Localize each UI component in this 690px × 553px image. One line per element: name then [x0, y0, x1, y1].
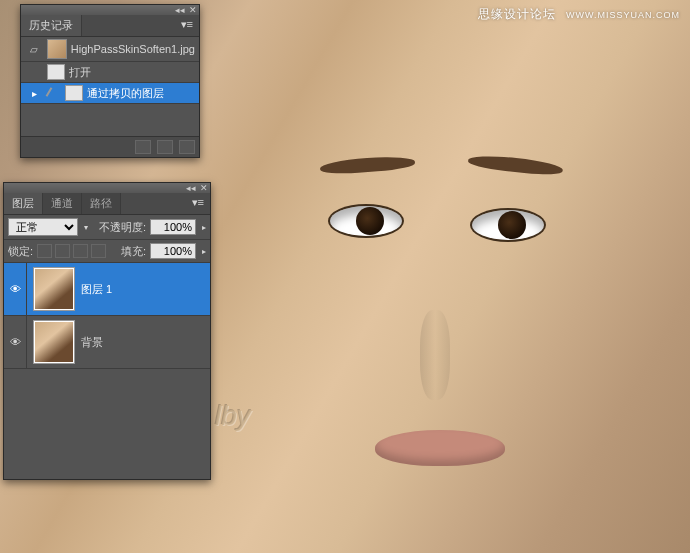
tab-paths[interactable]: 路径	[82, 193, 121, 214]
new-snapshot-icon[interactable]	[157, 140, 173, 154]
layer-thumbnail[interactable]	[33, 320, 75, 364]
photo-portrait	[250, 110, 630, 550]
history-brush-icon	[45, 86, 59, 100]
tab-channels[interactable]: 通道	[43, 193, 82, 214]
watermark-url: WWW.MISSYUAN.COM	[566, 10, 680, 20]
history-item-label: 打开	[69, 65, 91, 80]
layers-tabs: 图层 通道 路径 ▾≡	[4, 193, 210, 215]
create-document-icon[interactable]	[135, 140, 151, 154]
collapse-icon[interactable]: ◂◂	[175, 5, 185, 15]
opacity-input[interactable]	[150, 219, 196, 235]
opacity-label: 不透明度:	[99, 220, 146, 235]
tab-layers[interactable]: 图层	[4, 193, 43, 214]
fill-input[interactable]	[150, 243, 196, 259]
layer-thumbnail[interactable]	[33, 267, 75, 311]
blend-dropdown-icon[interactable]: ▾	[84, 223, 88, 232]
layers-panel: ◂◂ ✕ 图层 通道 路径 ▾≡ 正常 ▾ 不透明度: ▸ 锁定: 填充: ▸ …	[3, 182, 211, 480]
lock-all-icon[interactable]	[91, 244, 106, 258]
collapse-icon[interactable]: ◂◂	[186, 183, 196, 193]
close-icon[interactable]: ✕	[189, 5, 197, 15]
history-snapshot[interactable]: ▱ HighPassSkinSoften1.jpg	[21, 37, 199, 62]
history-item-copy-layer[interactable]: ▸ 通过拷贝的图层	[21, 83, 199, 104]
snapshot-filename: HighPassSkinSoften1.jpg	[71, 43, 195, 55]
snapshot-thumb	[47, 39, 67, 59]
snapshot-indicator: ▱	[25, 44, 43, 55]
lock-label: 锁定:	[8, 244, 33, 259]
history-footer	[21, 136, 199, 157]
fill-slider-icon[interactable]: ▸	[202, 247, 206, 256]
layer-name[interactable]: 背景	[81, 335, 210, 350]
history-panel-titlebar[interactable]: ◂◂ ✕	[21, 5, 199, 15]
artist-watermark: lby	[215, 400, 251, 432]
layer-row[interactable]: 👁 背景	[4, 316, 210, 369]
history-item-label: 通过拷贝的图层	[87, 86, 164, 101]
lock-transparency-icon[interactable]	[37, 244, 52, 258]
history-panel: ◂◂ ✕ 历史记录 ▾≡ ▱ HighPassSkinSoften1.jpg 打…	[20, 4, 200, 158]
layer-list: 👁 图层 1 👁 背景	[4, 263, 210, 369]
open-file-icon	[47, 64, 65, 80]
layer-name[interactable]: 图层 1	[81, 282, 210, 297]
history-item-open[interactable]: 打开	[21, 62, 199, 83]
visibility-toggle[interactable]: 👁	[4, 316, 27, 368]
lock-pixels-icon[interactable]	[55, 244, 70, 258]
lock-position-icon[interactable]	[73, 244, 88, 258]
layers-panel-titlebar[interactable]: ◂◂ ✕	[4, 183, 210, 193]
fill-label: 填充:	[121, 244, 146, 259]
panel-menu-icon[interactable]: ▾≡	[175, 15, 199, 36]
blend-opacity-row: 正常 ▾ 不透明度: ▸	[4, 215, 210, 240]
lock-icons	[37, 244, 106, 258]
blend-mode-select[interactable]: 正常	[8, 218, 78, 236]
panel-menu-icon[interactable]: ▾≡	[186, 193, 210, 214]
delete-icon[interactable]	[179, 140, 195, 154]
watermark: 思缘设计论坛 WWW.MISSYUAN.COM	[478, 6, 680, 23]
history-tabs: 历史记录 ▾≡	[21, 15, 199, 37]
visibility-toggle[interactable]: 👁	[4, 263, 27, 315]
opacity-slider-icon[interactable]: ▸	[202, 223, 206, 232]
close-icon[interactable]: ✕	[200, 183, 208, 193]
layer-via-copy-icon	[65, 85, 83, 101]
watermark-main: 思缘设计论坛	[478, 7, 556, 21]
lock-fill-row: 锁定: 填充: ▸	[4, 240, 210, 263]
layer-row[interactable]: 👁 图层 1	[4, 263, 210, 316]
tab-history[interactable]: 历史记录	[21, 15, 82, 36]
